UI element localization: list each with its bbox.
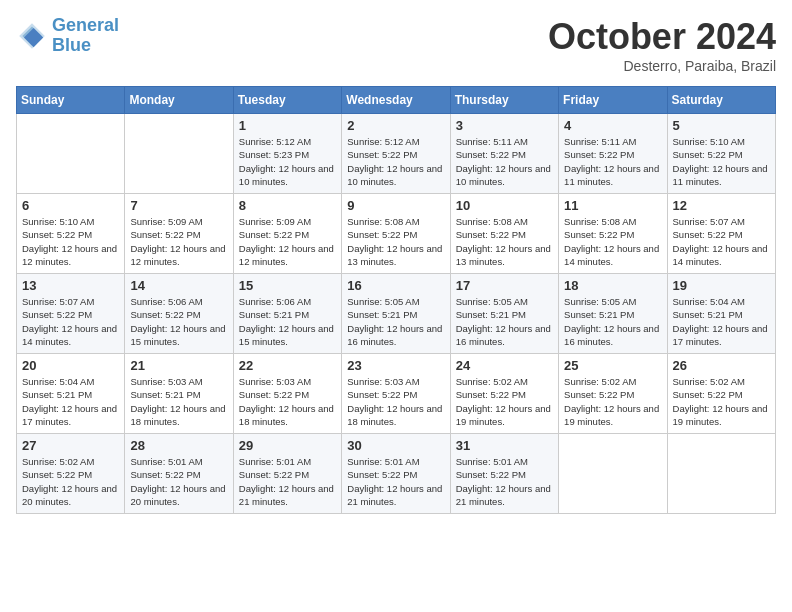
calendar-cell: 19Sunrise: 5:04 AM Sunset: 5:21 PM Dayli… [667, 274, 775, 354]
day-number: 17 [456, 278, 553, 293]
calendar-cell: 27Sunrise: 5:02 AM Sunset: 5:22 PM Dayli… [17, 434, 125, 514]
day-number: 18 [564, 278, 661, 293]
calendar-cell: 18Sunrise: 5:05 AM Sunset: 5:21 PM Dayli… [559, 274, 667, 354]
calendar-cell: 24Sunrise: 5:02 AM Sunset: 5:22 PM Dayli… [450, 354, 558, 434]
title-block: October 2024 Desterro, Paraiba, Brazil [548, 16, 776, 74]
day-info: Sunrise: 5:01 AM Sunset: 5:22 PM Dayligh… [239, 455, 336, 508]
day-number: 15 [239, 278, 336, 293]
day-info: Sunrise: 5:12 AM Sunset: 5:23 PM Dayligh… [239, 135, 336, 188]
calendar-cell [667, 434, 775, 514]
day-number: 31 [456, 438, 553, 453]
day-number: 8 [239, 198, 336, 213]
calendar-cell: 29Sunrise: 5:01 AM Sunset: 5:22 PM Dayli… [233, 434, 341, 514]
calendar-cell: 8Sunrise: 5:09 AM Sunset: 5:22 PM Daylig… [233, 194, 341, 274]
day-info: Sunrise: 5:09 AM Sunset: 5:22 PM Dayligh… [130, 215, 227, 268]
day-number: 11 [564, 198, 661, 213]
day-info: Sunrise: 5:08 AM Sunset: 5:22 PM Dayligh… [456, 215, 553, 268]
calendar-cell: 14Sunrise: 5:06 AM Sunset: 5:22 PM Dayli… [125, 274, 233, 354]
day-info: Sunrise: 5:03 AM Sunset: 5:22 PM Dayligh… [347, 375, 444, 428]
day-info: Sunrise: 5:06 AM Sunset: 5:21 PM Dayligh… [239, 295, 336, 348]
day-info: Sunrise: 5:08 AM Sunset: 5:22 PM Dayligh… [347, 215, 444, 268]
day-number: 3 [456, 118, 553, 133]
day-number: 21 [130, 358, 227, 373]
month-title: October 2024 [548, 16, 776, 58]
day-number: 23 [347, 358, 444, 373]
day-info: Sunrise: 5:02 AM Sunset: 5:22 PM Dayligh… [564, 375, 661, 428]
weekday-header-sunday: Sunday [17, 87, 125, 114]
calendar-cell: 15Sunrise: 5:06 AM Sunset: 5:21 PM Dayli… [233, 274, 341, 354]
logo-line1: General [52, 15, 119, 35]
day-info: Sunrise: 5:01 AM Sunset: 5:22 PM Dayligh… [130, 455, 227, 508]
calendar-cell: 2Sunrise: 5:12 AM Sunset: 5:22 PM Daylig… [342, 114, 450, 194]
day-info: Sunrise: 5:04 AM Sunset: 5:21 PM Dayligh… [22, 375, 119, 428]
calendar-week-row: 27Sunrise: 5:02 AM Sunset: 5:22 PM Dayli… [17, 434, 776, 514]
day-info: Sunrise: 5:03 AM Sunset: 5:22 PM Dayligh… [239, 375, 336, 428]
day-number: 25 [564, 358, 661, 373]
day-info: Sunrise: 5:02 AM Sunset: 5:22 PM Dayligh… [22, 455, 119, 508]
day-info: Sunrise: 5:05 AM Sunset: 5:21 PM Dayligh… [456, 295, 553, 348]
calendar-cell: 23Sunrise: 5:03 AM Sunset: 5:22 PM Dayli… [342, 354, 450, 434]
calendar-cell: 6Sunrise: 5:10 AM Sunset: 5:22 PM Daylig… [17, 194, 125, 274]
calendar-week-row: 13Sunrise: 5:07 AM Sunset: 5:22 PM Dayli… [17, 274, 776, 354]
calendar-week-row: 1Sunrise: 5:12 AM Sunset: 5:23 PM Daylig… [17, 114, 776, 194]
day-info: Sunrise: 5:01 AM Sunset: 5:22 PM Dayligh… [456, 455, 553, 508]
calendar-cell: 17Sunrise: 5:05 AM Sunset: 5:21 PM Dayli… [450, 274, 558, 354]
calendar-cell: 31Sunrise: 5:01 AM Sunset: 5:22 PM Dayli… [450, 434, 558, 514]
day-info: Sunrise: 5:09 AM Sunset: 5:22 PM Dayligh… [239, 215, 336, 268]
day-number: 13 [22, 278, 119, 293]
day-number: 27 [22, 438, 119, 453]
day-number: 20 [22, 358, 119, 373]
day-number: 9 [347, 198, 444, 213]
day-number: 5 [673, 118, 770, 133]
calendar-cell: 3Sunrise: 5:11 AM Sunset: 5:22 PM Daylig… [450, 114, 558, 194]
calendar-cell [17, 114, 125, 194]
day-number: 19 [673, 278, 770, 293]
day-info: Sunrise: 5:12 AM Sunset: 5:22 PM Dayligh… [347, 135, 444, 188]
day-number: 12 [673, 198, 770, 213]
day-number: 1 [239, 118, 336, 133]
calendar-cell: 12Sunrise: 5:07 AM Sunset: 5:22 PM Dayli… [667, 194, 775, 274]
day-number: 4 [564, 118, 661, 133]
day-info: Sunrise: 5:02 AM Sunset: 5:22 PM Dayligh… [456, 375, 553, 428]
calendar-cell: 5Sunrise: 5:10 AM Sunset: 5:22 PM Daylig… [667, 114, 775, 194]
day-info: Sunrise: 5:08 AM Sunset: 5:22 PM Dayligh… [564, 215, 661, 268]
weekday-header-saturday: Saturday [667, 87, 775, 114]
day-number: 29 [239, 438, 336, 453]
calendar-cell: 21Sunrise: 5:03 AM Sunset: 5:21 PM Dayli… [125, 354, 233, 434]
weekday-header-monday: Monday [125, 87, 233, 114]
day-info: Sunrise: 5:11 AM Sunset: 5:22 PM Dayligh… [564, 135, 661, 188]
calendar-week-row: 20Sunrise: 5:04 AM Sunset: 5:21 PM Dayli… [17, 354, 776, 434]
calendar-table: SundayMondayTuesdayWednesdayThursdayFrid… [16, 86, 776, 514]
day-number: 26 [673, 358, 770, 373]
day-info: Sunrise: 5:03 AM Sunset: 5:21 PM Dayligh… [130, 375, 227, 428]
weekday-header-friday: Friday [559, 87, 667, 114]
calendar-cell: 20Sunrise: 5:04 AM Sunset: 5:21 PM Dayli… [17, 354, 125, 434]
calendar-cell: 11Sunrise: 5:08 AM Sunset: 5:22 PM Dayli… [559, 194, 667, 274]
calendar-week-row: 6Sunrise: 5:10 AM Sunset: 5:22 PM Daylig… [17, 194, 776, 274]
logo-text: General Blue [52, 16, 119, 56]
calendar-cell: 10Sunrise: 5:08 AM Sunset: 5:22 PM Dayli… [450, 194, 558, 274]
calendar-cell: 9Sunrise: 5:08 AM Sunset: 5:22 PM Daylig… [342, 194, 450, 274]
day-number: 10 [456, 198, 553, 213]
calendar-cell: 4Sunrise: 5:11 AM Sunset: 5:22 PM Daylig… [559, 114, 667, 194]
location-subtitle: Desterro, Paraiba, Brazil [548, 58, 776, 74]
day-info: Sunrise: 5:05 AM Sunset: 5:21 PM Dayligh… [564, 295, 661, 348]
calendar-cell: 26Sunrise: 5:02 AM Sunset: 5:22 PM Dayli… [667, 354, 775, 434]
day-info: Sunrise: 5:10 AM Sunset: 5:22 PM Dayligh… [673, 135, 770, 188]
weekday-header-wednesday: Wednesday [342, 87, 450, 114]
day-info: Sunrise: 5:06 AM Sunset: 5:22 PM Dayligh… [130, 295, 227, 348]
day-number: 24 [456, 358, 553, 373]
day-number: 14 [130, 278, 227, 293]
calendar-cell: 25Sunrise: 5:02 AM Sunset: 5:22 PM Dayli… [559, 354, 667, 434]
logo: General Blue [16, 16, 119, 56]
calendar-cell: 16Sunrise: 5:05 AM Sunset: 5:21 PM Dayli… [342, 274, 450, 354]
day-number: 7 [130, 198, 227, 213]
calendar-cell: 7Sunrise: 5:09 AM Sunset: 5:22 PM Daylig… [125, 194, 233, 274]
calendar-cell [125, 114, 233, 194]
day-number: 30 [347, 438, 444, 453]
logo-icon [16, 20, 48, 52]
day-number: 22 [239, 358, 336, 373]
day-info: Sunrise: 5:11 AM Sunset: 5:22 PM Dayligh… [456, 135, 553, 188]
day-info: Sunrise: 5:07 AM Sunset: 5:22 PM Dayligh… [673, 215, 770, 268]
day-number: 2 [347, 118, 444, 133]
